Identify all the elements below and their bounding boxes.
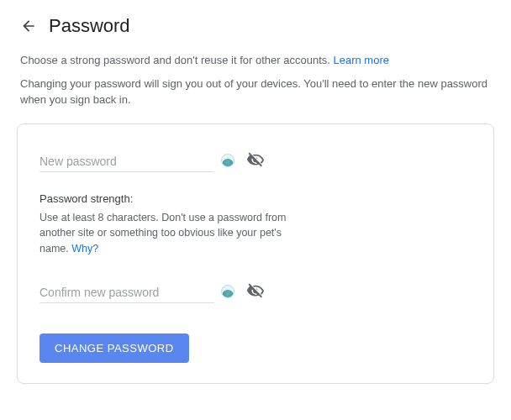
password-strength-section: Password strength: Use at least 8 charac… [40, 192, 292, 257]
page-title: Password [49, 15, 130, 37]
back-arrow-icon[interactable] [20, 18, 37, 34]
why-link[interactable]: Why? [71, 243, 98, 255]
password-manager-icon[interactable] [221, 285, 234, 298]
page-header: Password [0, 0, 511, 45]
strength-title: Password strength: [40, 192, 292, 205]
new-password-row [40, 150, 265, 172]
password-manager-icon[interactable] [221, 154, 234, 167]
visibility-off-icon[interactable] [246, 282, 265, 301]
intro-text: Choose a strong password and don't reuse… [0, 45, 511, 108]
confirm-password-input[interactable] [40, 281, 214, 303]
strength-desc: Use at least 8 characters. Don't use a p… [40, 210, 292, 257]
learn-more-link[interactable]: Learn more [333, 54, 388, 66]
intro-line1-text: Choose a strong password and don't reuse… [20, 54, 333, 66]
visibility-off-icon[interactable] [246, 151, 265, 170]
password-card: Password strength: Use at least 8 charac… [17, 123, 494, 384]
intro-line2: Changing your password will sign you out… [20, 76, 491, 108]
intro-line1: Choose a strong password and don't reuse… [20, 52, 491, 69]
confirm-password-row [40, 281, 265, 303]
new-password-input[interactable] [40, 150, 214, 172]
change-password-button[interactable]: Change Password [40, 333, 189, 363]
